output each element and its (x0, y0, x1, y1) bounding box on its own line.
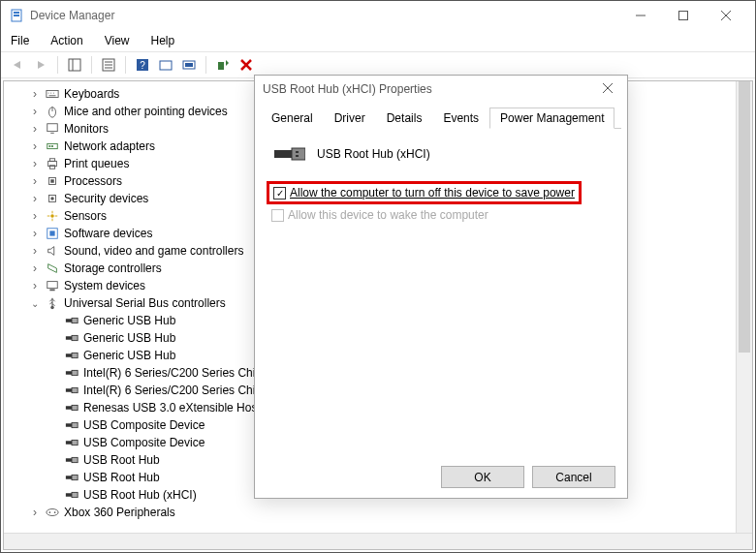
svg-rect-54 (72, 370, 78, 375)
svg-rect-44 (49, 290, 54, 292)
properties-dialog: USB Root Hub (xHCI) Properties General D… (254, 75, 628, 499)
expand-icon[interactable] (29, 207, 41, 225)
tree-item-label: Keyboards (64, 85, 119, 103)
usbconn-icon (64, 487, 79, 503)
dialog-close-button[interactable] (596, 82, 619, 96)
svg-point-39 (50, 197, 54, 200)
menu-bar: File Action View Help (1, 30, 755, 51)
expand-icon[interactable] (29, 85, 41, 103)
uninstall-button[interactable] (236, 54, 257, 76)
usbconn-icon (64, 470, 79, 485)
tree-item-label: Generic USB Hub (83, 329, 175, 347)
menu-action[interactable]: Action (47, 32, 86, 49)
security-icon (45, 191, 60, 206)
help-button[interactable]: ? (132, 54, 153, 76)
tab-details[interactable]: Details (376, 108, 433, 129)
cpu-icon (45, 173, 60, 189)
storage-icon (45, 261, 60, 276)
expand-icon[interactable] (29, 138, 41, 155)
device-name: USB Root Hub (xHCI) (317, 147, 430, 161)
tree-item-label: Intel(R) 6 Series/C200 Series Chip (83, 364, 262, 382)
svg-rect-77 (296, 155, 299, 157)
expand-icon[interactable] (29, 172, 41, 190)
svg-rect-62 (72, 440, 78, 445)
svg-rect-34 (49, 159, 54, 162)
svg-rect-60 (72, 422, 78, 427)
expand-icon[interactable] (29, 190, 41, 207)
tab-power-management[interactable]: Power Management (489, 108, 614, 129)
svg-rect-31 (49, 145, 51, 147)
gamepad-icon (45, 505, 60, 520)
allow-wake-checkbox (271, 209, 284, 222)
svg-rect-50 (72, 335, 78, 340)
scan-button[interactable] (155, 54, 176, 76)
horizontal-scrollbar[interactable] (4, 533, 752, 549)
tree-item-label: Sensors (64, 207, 107, 225)
sound-icon (45, 243, 60, 259)
expand-icon[interactable] (29, 277, 41, 294)
monitor-icon (45, 121, 60, 137)
tree-item-label: System devices (64, 277, 145, 294)
tab-general[interactable]: General (261, 108, 324, 129)
ok-button[interactable]: OK (441, 466, 524, 488)
update-button[interactable] (178, 54, 200, 76)
minimize-button[interactable] (619, 2, 662, 29)
cancel-button[interactable]: Cancel (532, 466, 615, 488)
svg-rect-74 (274, 150, 294, 158)
system-icon (45, 278, 60, 293)
expand-icon[interactable] (29, 260, 41, 277)
tab-events[interactable]: Events (432, 108, 489, 129)
svg-rect-18 (218, 62, 224, 70)
usbconn-icon (64, 435, 79, 450)
menu-help[interactable]: Help (147, 32, 179, 49)
app-icon (9, 8, 24, 23)
properties-button[interactable] (98, 54, 119, 76)
close-button[interactable] (705, 2, 747, 29)
expand-icon[interactable] (29, 120, 41, 138)
expand-icon[interactable] (29, 225, 41, 242)
tree-item-label: USB Composite Device (83, 416, 205, 434)
expand-icon[interactable] (29, 103, 41, 120)
enable-button[interactable] (212, 54, 234, 76)
svg-rect-52 (72, 353, 78, 357)
expand-icon[interactable] (29, 155, 41, 172)
expand-icon[interactable] (29, 504, 41, 521)
usbconn-icon (64, 417, 79, 433)
tab-driver[interactable]: Driver (324, 108, 376, 129)
menu-file[interactable]: File (7, 32, 33, 49)
svg-rect-76 (296, 151, 299, 153)
dialog-tabs: General Driver Details Events Power Mana… (261, 107, 621, 129)
svg-rect-75 (292, 148, 305, 160)
tree-item-label: Mice and other pointing devices (64, 103, 228, 120)
dialog-title: USB Root Hub (xHCI) Properties (263, 82, 432, 96)
svg-rect-2 (14, 15, 19, 16)
maximize-button[interactable] (662, 2, 705, 29)
allow-turnoff-checkbox[interactable]: ✓ (273, 187, 286, 200)
show-hide-button[interactable] (64, 54, 85, 76)
tree-item-label: Sound, video and game controllers (64, 242, 243, 260)
svg-rect-4 (679, 12, 688, 20)
expand-icon[interactable] (29, 242, 41, 260)
svg-rect-66 (72, 475, 78, 479)
tree-item-label: USB Composite Device (83, 434, 205, 451)
tree-item-label: USB Root Hub (83, 469, 160, 486)
mouse-icon (45, 104, 60, 119)
svg-point-70 (49, 511, 51, 513)
tree-item-label: Network adapters (64, 138, 155, 155)
forward-button[interactable] (30, 54, 51, 76)
svg-rect-28 (47, 124, 58, 132)
printer-icon (45, 156, 60, 171)
tree-item-label: Generic USB Hub (83, 347, 175, 364)
back-button[interactable] (7, 54, 28, 76)
sensor-icon (45, 208, 60, 224)
svg-rect-43 (47, 282, 58, 289)
vertical-scrollbar[interactable] (736, 81, 752, 533)
network-icon (45, 138, 60, 154)
menu-view[interactable]: View (101, 32, 134, 49)
expand-icon[interactable] (29, 294, 41, 313)
svg-rect-64 (72, 457, 78, 462)
tree-item-label: Renesas USB 3.0 eXtensible Host (83, 399, 261, 416)
tree-item[interactable]: Xbox 360 Peripherals (10, 504, 746, 521)
tree-item-label: Storage controllers (64, 260, 162, 277)
tree-item-label: Generic USB Hub (83, 312, 175, 329)
